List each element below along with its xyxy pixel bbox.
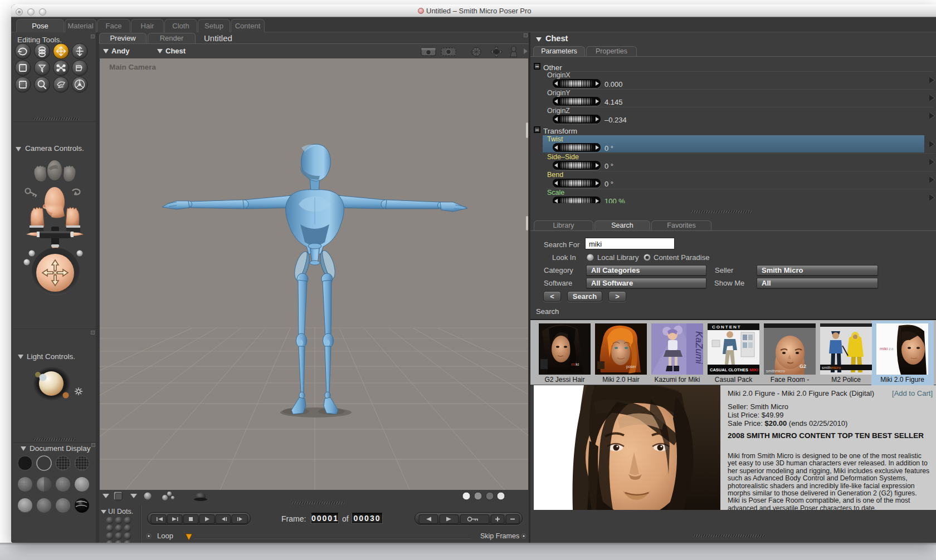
svg-text:miki: miki <box>571 362 579 367</box>
svg-text:miki 2.0: miki 2.0 <box>880 346 894 351</box>
svg-text:CASUAL CLOTHES MIKI: CASUAL CLOTHES MIKI <box>710 367 758 372</box>
svg-text:CONTENT: CONTENT <box>712 325 742 330</box>
svg-text:smithmicro: smithmicro <box>822 366 841 370</box>
svg-text:smithmicro: smithmicro <box>766 369 785 373</box>
svg-text:poser: poser <box>626 365 636 369</box>
svg-text:G2: G2 <box>800 363 806 369</box>
svg-text:KaZumi: KaZumi <box>694 331 704 365</box>
